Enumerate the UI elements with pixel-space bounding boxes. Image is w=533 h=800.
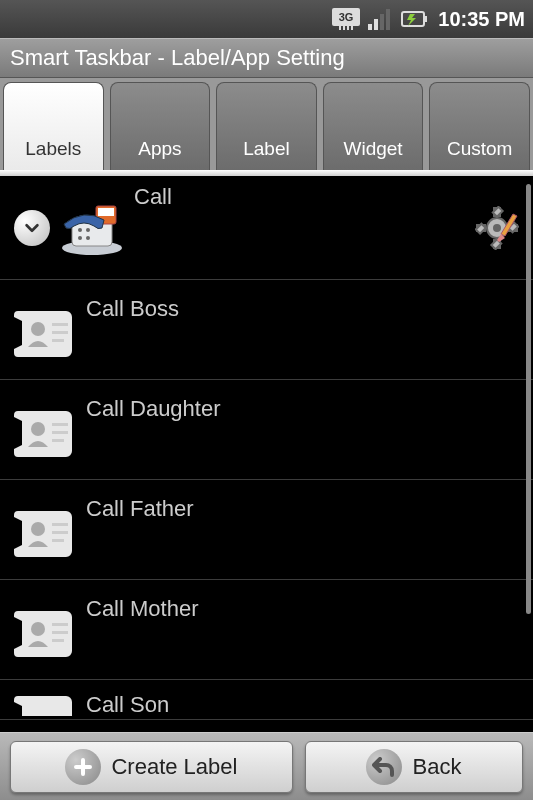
svg-rect-11 [98, 208, 114, 216]
svg-rect-29 [52, 339, 64, 342]
list-header-label: Call [134, 176, 475, 210]
list-item-label: Call Boss [86, 280, 519, 322]
list-item-label: Call Son [86, 688, 519, 718]
tab-label: Custom [447, 138, 512, 160]
svg-rect-28 [52, 331, 68, 334]
status-bar: 3G 10:35 PM [0, 0, 533, 38]
list-item[interactable]: Call Father [0, 480, 533, 580]
list-area: Call Call Boss Call Daughter Call Father… [0, 176, 533, 732]
svg-rect-40 [52, 631, 68, 634]
scrollbar[interactable] [526, 184, 531, 614]
contact-icon [14, 603, 78, 657]
list-item[interactable]: Call Son [0, 680, 533, 720]
3g-icon: 3G [332, 8, 360, 30]
list-header[interactable]: Call [0, 176, 533, 280]
tab-label: Labels [25, 138, 81, 160]
bottom-bar: Create Label Back [0, 732, 533, 800]
contact-icon [14, 688, 78, 716]
svg-rect-7 [424, 16, 427, 22]
tab-apps[interactable]: Apps [110, 82, 211, 170]
phone-icon [58, 200, 126, 256]
tab-label: Apps [138, 138, 181, 160]
plus-icon [65, 749, 101, 785]
svg-rect-41 [52, 639, 64, 642]
svg-rect-3 [374, 19, 378, 30]
tab-label: Widget [344, 138, 403, 160]
button-label: Back [412, 754, 461, 780]
svg-rect-33 [52, 439, 64, 442]
list-item[interactable]: Call Boss [0, 280, 533, 380]
svg-rect-4 [380, 14, 384, 30]
svg-point-15 [86, 236, 90, 240]
list-item[interactable]: Call Daughter [0, 380, 533, 480]
clock-time: 10:35 PM [438, 8, 525, 31]
svg-rect-32 [52, 431, 68, 434]
tab-labels[interactable]: Labels [3, 82, 104, 170]
tab-custom[interactable]: Custom [429, 82, 530, 170]
svg-text:3G: 3G [339, 11, 354, 23]
create-label-button[interactable]: Create Label [10, 741, 293, 793]
svg-point-14 [78, 236, 82, 240]
tab-widget[interactable]: Widget [323, 82, 424, 170]
gear-icon[interactable] [475, 206, 519, 250]
svg-point-13 [86, 228, 90, 232]
svg-point-38 [31, 622, 45, 636]
list-item[interactable]: Call Mother [0, 580, 533, 680]
tab-label[interactable]: Label [216, 82, 317, 170]
back-arrow-icon [366, 749, 402, 785]
svg-rect-5 [386, 9, 390, 30]
list-item-label: Call Daughter [86, 380, 519, 422]
svg-point-30 [31, 422, 45, 436]
contact-icon [14, 303, 78, 357]
svg-rect-39 [52, 623, 68, 626]
svg-point-26 [31, 322, 45, 336]
svg-rect-37 [52, 539, 64, 542]
back-button[interactable]: Back [305, 741, 523, 793]
svg-rect-31 [52, 423, 68, 426]
svg-point-12 [78, 228, 82, 232]
svg-point-17 [493, 224, 501, 232]
svg-rect-2 [368, 24, 372, 30]
page-title: Smart Taskbar - Label/App Setting [10, 45, 345, 71]
expand-icon[interactable] [14, 210, 50, 246]
button-label: Create Label [111, 754, 237, 780]
svg-rect-27 [52, 323, 68, 326]
svg-point-34 [31, 522, 45, 536]
contact-icon [14, 403, 78, 457]
title-bar: Smart Taskbar - Label/App Setting [0, 38, 533, 78]
list-item-label: Call Mother [86, 580, 519, 622]
tab-label: Label [243, 138, 290, 160]
battery-icon [400, 8, 430, 30]
svg-rect-36 [52, 531, 68, 534]
contact-icon [14, 503, 78, 557]
svg-rect-35 [52, 523, 68, 526]
list-item-label: Call Father [86, 480, 519, 522]
signal-icon [368, 8, 392, 30]
tab-row: Labels Apps Label Widget Custom [0, 78, 533, 170]
